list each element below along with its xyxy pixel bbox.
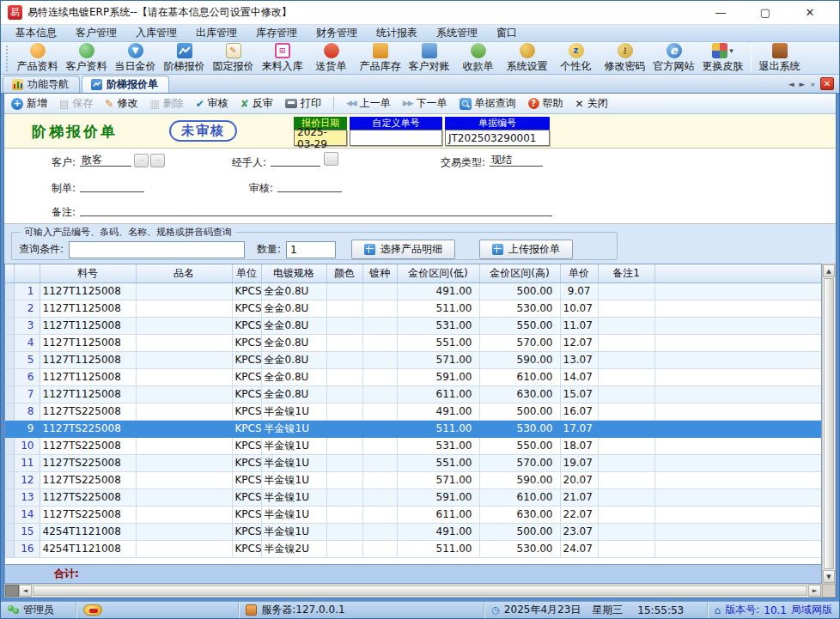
maximize-button[interactable]: ▢ [753,4,777,21]
table-row[interactable]: 71127T1125008KPCS全金0.8U611.00630.0015.07 [5,385,821,403]
toolbar-change-password[interactable]: ⚷ 修改密码 [600,42,649,75]
close-doc-button[interactable]: ✕关闭 [575,96,608,111]
handler-lookup-button[interactable] [324,152,338,166]
trade-type-label: 交易类型: [441,155,485,170]
table-row-selected[interactable]: 91127TS225008KPCS半金镍1U511.00530.0017.07 [5,420,821,437]
tab-function-nav[interactable]: 功能导航 [3,76,80,93]
table-row[interactable]: 81127TS225008KPCS半金镍1U491.00500.0016.07 [5,403,821,420]
menu-item-outbound-mgmt[interactable]: 出库管理 [186,24,247,42]
upload-quote-button[interactable]: 上传报价单 [479,240,573,259]
col-header-gold-low[interactable]: 金价区间(低) [397,264,479,282]
remark-field[interactable] [80,203,552,216]
qty-input[interactable] [286,241,336,258]
customer-lookup-button[interactable]: ·· [134,154,149,167]
close-button[interactable]: ✕ [798,4,822,21]
delete-button[interactable]: ▥删除 [149,96,183,111]
table-row[interactable]: 141127TS225008KPCS半金镍1U611.00630.0022.07 [5,506,821,523]
menu-item-window[interactable]: 窗口 [487,24,527,42]
add-button[interactable]: +新增 [11,96,47,111]
prev-doc-button[interactable]: ◀◀上一单 [346,96,391,111]
col-header-note1[interactable]: 备注1 [598,264,654,282]
tab-tier-quote[interactable]: 阶梯报价单 [82,76,169,93]
customer-clear-button[interactable]: ·· [150,154,165,167]
toolbar-grip[interactable] [6,46,9,71]
tab-scroll-right-icon[interactable]: ► [800,80,806,88]
doc-no-field[interactable]: JT202503290001 [445,130,550,146]
help-button[interactable]: ?帮助 [528,96,563,111]
toolbar-receipt[interactable]: 收款单 [453,42,502,75]
horizontal-scrollbar[interactable]: ◄ ► [4,584,822,598]
scroll-right-icon[interactable]: ► [808,585,821,597]
table-row[interactable]: 21127T1125008KPCS全金0.8U511.00530.0010.07 [5,300,821,317]
toolbar-official-website[interactable]: e 官方网站 [649,42,698,75]
toolbar-change-skin[interactable]: ▾ 更换皮肤 [698,42,747,75]
table-row[interactable]: 154254T1121008KPCS半金镍1U491.00500.0023.07 [5,523,821,540]
horizontal-scroll-thumb[interactable] [33,586,807,596]
toolbar-system-settings[interactable]: 系统设置 [502,42,551,75]
select-product-button[interactable]: 选择产品明细 [351,240,455,259]
table-row[interactable]: 51127T1125008KPCS全金0.8U571.00590.0013.07 [5,351,821,368]
table-row[interactable]: 131127TS225008KPCS半金镍1U591.00610.0021.07 [5,489,821,506]
audit-button[interactable]: ✔审核 [196,96,228,111]
col-header-spec[interactable]: 电镀规格 [261,264,326,282]
doc-query-button[interactable]: 单据查询 [460,96,516,111]
toolbar-exit-system[interactable]: 退出系统 [755,42,804,75]
menu-item-inventory-mgmt[interactable]: 库存管理 [247,24,307,42]
col-header-price[interactable]: 单价 [560,264,598,282]
table-row[interactable]: 61127T1125008KPCS全金0.8U591.00610.0014.07 [5,368,821,385]
toolbar-incoming-stock[interactable]: ⊞ 来料入库 [258,42,307,75]
toolbar-tier-quote[interactable]: 阶梯报价 [160,42,209,75]
table-row[interactable]: 121127TS225008KPCS半金镍1U571.00590.0020.07 [5,471,821,489]
toolbar-product-inventory[interactable]: 产品库存 [356,42,405,75]
scroll-down-icon[interactable]: ▼ [823,570,835,583]
skin-caret-icon[interactable]: ▾ [729,46,733,55]
vertical-scrollbar[interactable]: ▲ ▼ [822,264,836,584]
toolbar-customer-reconcile[interactable]: 客户对账 [405,42,453,75]
menu-item-system-mgmt[interactable]: 系统管理 [427,24,487,42]
scrollbar-split-handle[interactable] [5,585,19,597]
toolbar-daily-gold-price[interactable]: ▼ 当日金价 [111,42,160,75]
toolbar-fixed-quote[interactable]: ✎ 固定报价 [209,42,258,75]
table-row[interactable]: 111127TS225008KPCS半金镍1U551.00570.0019.07 [5,454,821,471]
quote-date-field[interactable]: 2025-03-29 [294,130,347,146]
custom-no-field[interactable] [350,130,442,146]
query-condition-input[interactable] [69,241,245,258]
table-row[interactable]: 101127TS225008KPCS半金镍1U531.00550.0018.07 [5,437,821,454]
col-header-color[interactable]: 颜色 [326,264,362,282]
tab-close-button[interactable]: ✕ [820,77,834,90]
function-nav-icon [12,79,23,90]
minimize-button[interactable]: — [709,4,733,21]
col-header-code[interactable]: 料号 [40,264,136,282]
trade-type-field[interactable]: 现结 [490,153,543,167]
toolbar-personalize[interactable]: z 个性化 [551,42,600,75]
scroll-left-icon[interactable]: ◄ [19,585,32,597]
edit-button[interactable]: ✎修改 [105,96,137,111]
menu-item-basic-info[interactable]: 基本信息 [6,24,66,42]
menu-item-customer-mgmt[interactable]: 客户管理 [66,24,126,42]
menu-item-inbound-mgmt[interactable]: 入库管理 [126,24,186,42]
customer-field[interactable]: 散客 [80,153,131,167]
table-row[interactable]: 41127T1125008KPCS全金0.8U551.00570.0012.07 [5,334,821,351]
table-row[interactable]: 164254T1121008KPCS半金镍2U511.00530.0024.07 [5,540,821,557]
vertical-scroll-thumb[interactable] [824,278,834,569]
save-button[interactable]: ▤保存 [59,96,93,111]
toolbar-customer-info[interactable]: 客户资料 [62,42,111,75]
tab-scroll-left-icon[interactable]: ◄ [788,80,794,88]
scroll-up-icon[interactable]: ▲ [823,264,835,277]
print-button[interactable]: 打印 [285,96,321,111]
col-header-gold-high[interactable]: 金价区间(高) [479,264,560,282]
handler-field[interactable] [271,153,320,167]
toolbar-product-info[interactable]: 产品资料 [13,42,62,75]
toolbar-delivery-note[interactable]: 送货单 [307,42,356,75]
next-doc-button[interactable]: ▶▶下一单 [403,96,447,111]
table-row[interactable]: 11127T1125008KPCS全金0.8U491.00500.009.07 [5,282,821,300]
menu-item-finance-mgmt[interactable]: 财务管理 [307,24,367,42]
vip-badge-icon [83,604,102,616]
col-header-name[interactable]: 品名 [136,264,232,282]
col-header-plating[interactable]: 镀种 [362,264,397,282]
table-row[interactable]: 31127T1125008KPCS全金0.8U531.00550.0011.07 [5,317,821,334]
col-header-unit[interactable]: 单位 [232,264,261,282]
unaudit-button[interactable]: ✘反审 [240,96,273,111]
tab-more-icon[interactable]: » [810,80,815,88]
menu-item-stats-report[interactable]: 统计报表 [367,24,427,42]
